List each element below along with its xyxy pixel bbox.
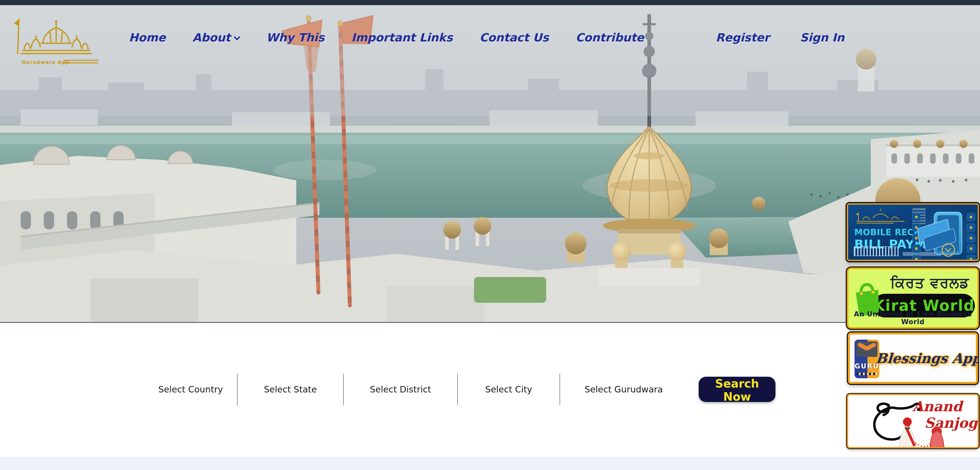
select-gurudwara-label: Select Gurudwara — [585, 384, 663, 395]
blessings-icon-photo — [856, 341, 877, 357]
gurudwara-logo-icon: Gurudwara App — [13, 15, 100, 68]
nav-about[interactable]: About — [192, 32, 239, 43]
chevron-down-icon — [234, 34, 240, 40]
nav-contact-us[interactable]: Contact Us — [479, 32, 549, 43]
nav-contact-us-label: Contact Us — [479, 31, 549, 44]
hands-icon — [865, 342, 877, 351]
wedding-couple-illustration — [891, 416, 961, 448]
nav-sign-in[interactable]: Sign In — [800, 32, 845, 43]
banner-kirat-world[interactable]: ਕਿਰਤ ਵਰਲਡ Kirat World An Umbrella of Sik… — [847, 268, 979, 329]
logo-text: Gurudwara App — [22, 59, 70, 65]
select-city-label: Select City — [485, 384, 532, 395]
nav-contribute-label: Contribute — [576, 31, 644, 44]
select-country[interactable]: Select Country — [144, 374, 237, 405]
top-strip — [0, 0, 980, 5]
site-logo[interactable]: Gurudwara App — [13, 15, 100, 69]
app-icons-column-right — [967, 213, 975, 261]
auth-nav: Register Sign In — [716, 32, 845, 43]
nav-why-this-label: Why This — [266, 31, 325, 44]
temple-outline-icon — [855, 208, 906, 224]
nav-register[interactable]: Register — [716, 32, 770, 43]
main-nav: Home About Why This Important Links Cont… — [129, 32, 644, 43]
banner-anand-sanjog[interactable]: Anand Sanjog — [847, 394, 979, 448]
search-now-button[interactable]: Search Now — [699, 377, 775, 402]
select-district[interactable]: Select District — [344, 374, 458, 405]
nav-home-label: Home — [129, 31, 165, 44]
banner-mobile-recharge[interactable]: MOBILE RECHARGE BILL PAYMENT — [847, 203, 979, 261]
kirat-punjabi-title: ਕਿਰਤ ਵਰਲਡ — [885, 274, 975, 291]
barcode-decor — [854, 246, 899, 256]
banner-blessings-app[interactable]: GURU Blessings App — [847, 331, 979, 385]
footer-strip — [0, 457, 980, 470]
nav-contribute[interactable]: Contribute — [576, 32, 644, 43]
nav-why-this[interactable]: Why This — [266, 32, 325, 43]
gurudwara-search-bar: Select Country Select State Select Distr… — [144, 373, 775, 406]
blessings-title: Blessings App — [881, 332, 975, 384]
nav-home[interactable]: Home — [129, 32, 165, 43]
select-gurudwara[interactable]: Select Gurudwara — [560, 374, 687, 405]
select-state-label: Select State — [264, 384, 317, 395]
nav-important-links[interactable]: Important Links — [351, 32, 453, 43]
anand-title-line1: Anand — [913, 398, 962, 414]
site-header: Gurudwara App Home About Why This Import… — [0, 5, 980, 75]
decor-rows — [857, 373, 877, 375]
nav-important-links-label: Important Links — [351, 31, 453, 44]
select-state[interactable]: Select State — [237, 374, 344, 405]
select-city[interactable]: Select City — [458, 374, 560, 405]
nav-about-label: About — [192, 31, 231, 44]
kirat-tagline: An Umbrella of Sikh Business World — [848, 310, 977, 326]
select-country-label: Select Country — [158, 384, 223, 395]
select-district-label: Select District — [370, 384, 431, 395]
gold-ring-icon — [942, 243, 955, 257]
